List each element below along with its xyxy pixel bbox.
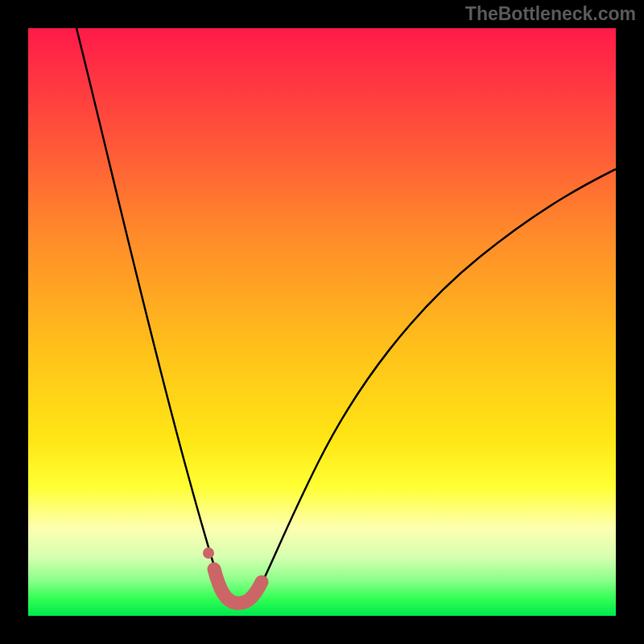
highlight-curve [214,569,262,603]
chart-svg [28,28,616,616]
highlight-dot [203,547,214,559]
plot-area [28,28,616,616]
watermark-label: TheBottleneck.com [465,3,636,25]
main-curve [76,28,616,605]
